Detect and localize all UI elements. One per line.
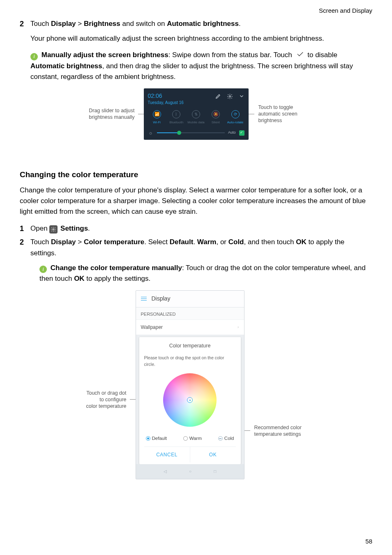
dialog-title: Color temperature (144, 342, 236, 350)
t: and switch on (120, 20, 167, 28)
t: Automatic brightness (167, 20, 239, 28)
figure-quick-settings: Drag slider to adjust brightness manuall… (20, 88, 372, 140)
section-personalized: PERSONALIZED (136, 308, 244, 319)
callout-drag-dot: Touch or drag dot to configure color tem… (68, 390, 130, 410)
display-header: Display (136, 291, 244, 308)
color-wheel[interactable] (163, 373, 217, 427)
leader-line (138, 114, 144, 114)
t: Silent (212, 120, 220, 125)
svg-point-0 (229, 95, 231, 97)
menu-icon[interactable] (141, 296, 147, 302)
t: Drag slider to adjust (89, 108, 134, 113)
t: Wi-Fi (153, 120, 161, 125)
info-manual-color-temp: i Change the color temperature manually:… (39, 263, 372, 284)
tile-autorotate[interactable]: ⟳Auto-rotate (226, 110, 244, 125)
step-number: 2 (20, 18, 30, 30)
auto-brightness-toggle[interactable]: ✓ (239, 130, 244, 136)
t: > (76, 238, 84, 246)
t: Cold (224, 435, 234, 442)
info-icon: i (39, 266, 47, 273)
heading-color-temperature: Changing the color temperature (20, 169, 372, 180)
callout-recommended: Recommended color temperature settings (250, 424, 324, 438)
figure-color-temperature: Touch or drag dot to configure color tem… (20, 290, 372, 479)
t: Automatic brightness (30, 62, 102, 70)
row-label: Wallpaper (141, 324, 163, 331)
step-2-brightness: 2 Touch Display > Brightness and switch … (20, 18, 372, 30)
step-number: 1 (20, 223, 30, 235)
t: Open (30, 224, 49, 232)
t: Manually adjust the screen brightness (42, 51, 168, 59)
step-number: 2 (20, 237, 30, 259)
t: to apply the settings. (85, 275, 151, 282)
info-icon: i (30, 53, 38, 60)
t: Brightness (84, 20, 120, 28)
step-text: Touch Display > Color temperature. Selec… (30, 237, 372, 259)
quicksettings-panel: 02:06 Tuesday, August 16 📶Wi-Fi ᛒBluetoo… (144, 88, 249, 140)
qs-time: 02:06 (148, 92, 184, 101)
t: . (88, 224, 90, 232)
t: . (193, 238, 197, 246)
t: automatic screen (258, 111, 297, 117)
page-section-title: Screen and Display (20, 6, 372, 15)
t: Touch (30, 238, 51, 246)
t: OK (296, 238, 307, 246)
t: brightness manually (89, 114, 134, 120)
t: . (239, 20, 241, 28)
radio-default[interactable]: Default (146, 435, 167, 442)
t: Bluetooth (169, 120, 183, 125)
color-wheel-dot[interactable] (187, 397, 193, 403)
header-title: Display (152, 294, 171, 303)
color-temperature-dialog: Color temperature Please touch or drag t… (139, 337, 241, 464)
t: color temperature (86, 403, 127, 409)
auto-label: Auto (228, 130, 236, 136)
t: Display (51, 20, 76, 28)
t: , or (216, 238, 228, 246)
t: Warm (189, 435, 202, 442)
step-text: Open Settings. (30, 223, 372, 235)
nav-bar: ◁○□ (136, 464, 244, 479)
t: Touch or drag dot (86, 390, 126, 396)
gear-icon[interactable] (227, 93, 233, 99)
t: Default (170, 238, 194, 246)
t: . Select (144, 238, 169, 246)
step-sub-brightness: Your phone will automatically adjust the… (30, 33, 372, 44)
t: Change the color temperature manually (51, 264, 182, 272)
phone-screenshot: Display PERSONALIZED Wallpaper › Color t… (136, 290, 244, 479)
dialog-hint: Please touch or drag the spot on the col… (144, 354, 236, 368)
t: Auto-rotate (227, 120, 244, 125)
ok-button[interactable]: OK (190, 447, 236, 463)
tile-silent[interactable]: 🔕Silent (207, 110, 225, 125)
row-wallpaper[interactable]: Wallpaper › (136, 319, 244, 335)
chevron-right-icon: › (238, 324, 239, 331)
edit-icon[interactable] (215, 93, 221, 99)
t: : Swipe down from the status bar. Touch (168, 51, 294, 59)
t: Touch to toggle (258, 104, 293, 110)
step-1-open-settings: 1 Open Settings. (20, 223, 372, 235)
t: brightness (258, 118, 282, 123)
t: Default (152, 435, 167, 442)
qs-date: Tuesday, August 16 (148, 99, 184, 106)
chevron-down-icon[interactable] (239, 93, 244, 99)
checkmark-icon (296, 52, 304, 58)
tile-bluetooth[interactable]: ᛒBluetooth (167, 110, 185, 125)
tile-mobiledata[interactable]: ⇅Mobile data (187, 110, 205, 125)
leader-line (244, 430, 250, 431)
brightness-icon: ☼ (148, 130, 154, 136)
radio-cold[interactable]: Cold (218, 435, 234, 442)
tile-wifi[interactable]: 📶Wi-Fi (148, 110, 166, 125)
t: Color temperature (84, 238, 144, 246)
leader-line (249, 114, 254, 114)
svg-point-1 (53, 229, 55, 230)
t: Display (51, 238, 76, 246)
cancel-button[interactable]: CANCEL (144, 447, 190, 463)
t: Touch (30, 20, 51, 28)
step-text: Touch Display > Brightness and switch on… (30, 18, 372, 30)
radio-warm[interactable]: Warm (183, 435, 202, 442)
callout-toggle-auto: Touch to toggle automatic screen brightn… (254, 104, 316, 124)
t: , and then touch (244, 238, 296, 246)
step-2-color-temperature: 2 Touch Display > Color temperature. Sel… (20, 237, 372, 259)
t: Cold (228, 238, 244, 246)
t: Recommended color (254, 425, 302, 430)
brightness-slider[interactable] (157, 132, 225, 133)
t: to disable (306, 51, 338, 59)
